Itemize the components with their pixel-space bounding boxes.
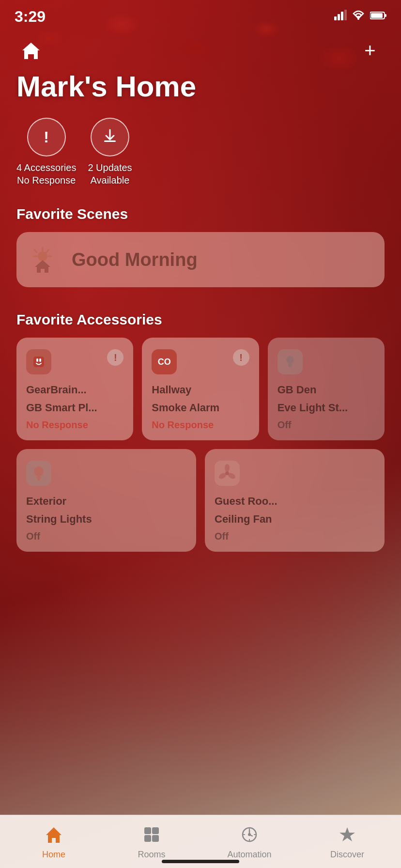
svg-rect-23 (37, 479, 40, 480)
home-icon-button[interactable] (16, 36, 46, 65)
favorite-scenes-section: Favorite Scenes Good (0, 201, 401, 307)
updates-label: 2 UpdatesAvailable (88, 161, 132, 186)
svg-rect-7 (385, 14, 386, 17)
card-top (26, 461, 186, 486)
svg-rect-32 (152, 835, 159, 842)
svg-rect-6 (371, 13, 383, 18)
svg-point-25 (225, 464, 230, 472)
svg-line-11 (46, 250, 48, 252)
card-top (215, 461, 375, 486)
accessories-top-grid: ! GearBrain... GB Smart Pl... No Respons… (0, 338, 401, 440)
favorite-accessories-section: Favorite Accessories ! (0, 307, 401, 561)
header: + (0, 26, 401, 70)
fan-icon (215, 461, 240, 486)
updates-available-bubble[interactable]: 2 UpdatesAvailable (88, 118, 132, 186)
wifi-icon (352, 10, 365, 23)
card-top: CO ! (152, 349, 249, 374)
status-icons (334, 10, 386, 23)
favorite-accessories-title: Favorite Accessories (0, 311, 401, 338)
svg-rect-19 (288, 364, 292, 366)
nav-discover-icon (339, 826, 355, 847)
no-response-circle: ! (27, 118, 66, 156)
status-bar: 3:29 (0, 0, 401, 26)
hallway-smoke-alarm-card[interactable]: CO ! Hallway Smoke Alarm No Response (142, 338, 259, 440)
signal-icon (334, 10, 347, 23)
status-time: 3:29 (15, 8, 46, 26)
card-status: Off (215, 531, 375, 542)
light-icon (278, 349, 303, 374)
nav-automation[interactable]: Automation (200, 826, 298, 860)
alert-badge: ! (233, 349, 249, 366)
svg-rect-17 (39, 358, 41, 362)
svg-rect-2 (341, 12, 343, 20)
nav-rooms[interactable]: Rooms (103, 826, 200, 860)
nav-home[interactable]: Home (5, 826, 103, 860)
home-header-icon (20, 40, 42, 61)
card-status: No Response (152, 419, 249, 431)
favorite-scenes-title: Favorite Scenes (0, 206, 401, 232)
card-status: No Response (26, 419, 123, 431)
status-bubbles-container: ! 4 AccessoriesNo Response 2 UpdatesAvai… (0, 113, 401, 201)
svg-rect-29 (144, 827, 151, 834)
accessories-bottom-grid: Exterior String Lights Off (0, 440, 401, 552)
plug-icon (26, 349, 51, 374)
nav-home-label: Home (42, 850, 65, 860)
light-icon (26, 461, 51, 486)
card-status: Off (26, 531, 186, 542)
svg-rect-30 (152, 827, 159, 834)
add-button[interactable]: + (355, 36, 385, 65)
card-status: Off (278, 419, 375, 431)
nav-automation-label: Automation (227, 850, 271, 860)
svg-rect-15 (33, 356, 44, 367)
home-indicator (162, 860, 239, 863)
svg-rect-22 (37, 476, 41, 479)
scene-icon (32, 246, 60, 274)
co-icon: CO (152, 349, 177, 374)
card-name: Guest Roo... Ceiling Fan (215, 491, 375, 526)
svg-rect-31 (144, 835, 151, 842)
nav-rooms-icon (143, 826, 160, 847)
nav-rooms-label: Rooms (138, 850, 165, 860)
svg-point-21 (34, 466, 44, 476)
home-title: Mark's Home (0, 70, 401, 113)
card-top: ! (26, 349, 123, 374)
guest-room-fan-card[interactable]: Guest Roo... Ceiling Fan Off (205, 449, 385, 552)
nav-discover[interactable]: Discover (298, 826, 396, 860)
card-name: GB Den Eve Light St... (278, 379, 375, 415)
updates-circle (91, 118, 129, 156)
svg-point-18 (286, 356, 294, 364)
svg-rect-0 (334, 16, 337, 20)
svg-point-28 (226, 472, 229, 475)
svg-rect-3 (344, 10, 347, 20)
gearbrain-smart-plug-card[interactable]: ! GearBrain... GB Smart Pl... No Respons… (16, 338, 133, 440)
card-name: Exterior String Lights (26, 491, 186, 526)
nav-home-icon (45, 826, 62, 847)
nav-discover-label: Discover (330, 850, 364, 860)
alert-badge: ! (107, 349, 123, 366)
svg-rect-16 (36, 358, 38, 362)
svg-rect-1 (338, 14, 340, 20)
good-morning-label: Good Morning (72, 249, 198, 270)
svg-rect-8 (104, 140, 116, 142)
svg-point-4 (357, 18, 359, 20)
alert-icon: ! (44, 128, 49, 146)
good-morning-scene[interactable]: Good Morning (16, 232, 385, 287)
card-top (278, 349, 375, 374)
nav-automation-icon (241, 826, 258, 847)
gb-den-light-card[interactable]: GB Den Eve Light St... Off (268, 338, 385, 440)
svg-marker-41 (339, 827, 355, 841)
exterior-string-lights-card[interactable]: Exterior String Lights Off (16, 449, 196, 552)
battery-icon (370, 10, 386, 23)
no-response-label: 4 AccessoriesNo Response (16, 161, 76, 186)
card-name: Hallway Smoke Alarm (152, 379, 249, 415)
card-name: GearBrain... GB Smart Pl... (26, 379, 123, 415)
svg-line-13 (34, 250, 37, 252)
accessories-no-response-bubble[interactable]: ! 4 AccessoriesNo Response (16, 118, 76, 186)
download-icon (102, 128, 118, 147)
svg-rect-20 (289, 366, 292, 367)
